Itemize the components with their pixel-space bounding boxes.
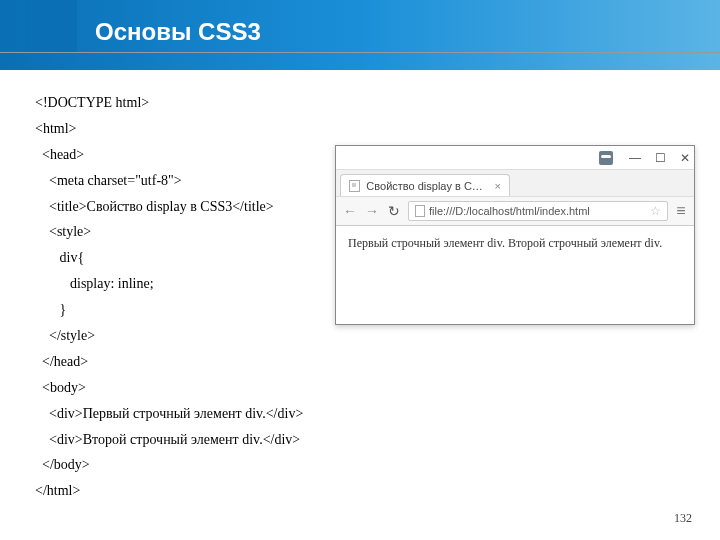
rendered-page-content: Первый строчный элемент div. Второй стро… <box>336 226 694 261</box>
maximize-button[interactable]: ☐ <box>655 151 666 165</box>
browser-tab[interactable]: Свойство display в CSS3 × <box>340 174 510 196</box>
code-line: <style> <box>35 219 303 245</box>
code-line: <div>Второй строчный элемент div.</div> <box>35 427 303 453</box>
window-titlebar: — ☐ ✕ <box>336 146 694 170</box>
tab-title: Свойство display в CSS3 <box>366 180 484 192</box>
code-line: <div>Первый строчный элемент div.</div> <box>35 401 303 427</box>
tab-close-button[interactable]: × <box>495 180 501 192</box>
code-line: <meta charset="utf-8"> <box>35 168 303 194</box>
code-line: </head> <box>35 349 303 375</box>
code-line: <html> <box>35 116 303 142</box>
code-listing: <!DOCTYPE html> <html> <head> <meta char… <box>35 90 303 504</box>
code-line: <head> <box>35 142 303 168</box>
menu-button[interactable]: ≡ <box>674 202 688 220</box>
file-icon <box>415 205 425 217</box>
code-line: <body> <box>35 375 303 401</box>
close-window-button[interactable]: ✕ <box>680 151 690 165</box>
bookmark-star-icon[interactable]: ☆ <box>650 204 661 218</box>
code-line: <title>Свойство display в CSS3</title> <box>35 194 303 220</box>
page-title: Основы CSS3 <box>95 18 261 46</box>
user-icon <box>599 151 613 165</box>
forward-button[interactable]: → <box>364 203 380 219</box>
window-controls: — ☐ ✕ <box>629 151 690 165</box>
favicon-icon <box>349 180 360 192</box>
address-bar[interactable]: file:///D:/localhost/html/index.html ☆ <box>408 201 668 221</box>
browser-toolbar: ← → ↻ file:///D:/localhost/html/index.ht… <box>336 196 694 226</box>
header-accent-box <box>25 0 77 52</box>
code-line: } <box>35 297 303 323</box>
code-line: </body> <box>35 452 303 478</box>
code-line: div{ <box>35 245 303 271</box>
back-button[interactable]: ← <box>342 203 358 219</box>
page-number: 132 <box>674 511 692 526</box>
header-underline <box>0 52 720 53</box>
minimize-button[interactable]: — <box>629 151 641 165</box>
tab-bar: Свойство display в CSS3 × <box>336 170 694 196</box>
reload-button[interactable]: ↻ <box>386 203 402 219</box>
code-line: display: inline; <box>35 271 303 297</box>
code-line: <!DOCTYPE html> <box>35 90 303 116</box>
slide-header: Основы CSS3 <box>0 0 720 70</box>
url-text: file:///D:/localhost/html/index.html <box>429 205 590 217</box>
code-line: </html> <box>35 478 303 504</box>
browser-window: — ☐ ✕ Свойство display в CSS3 × ← → ↻ fi… <box>335 145 695 325</box>
code-line: </style> <box>35 323 303 349</box>
